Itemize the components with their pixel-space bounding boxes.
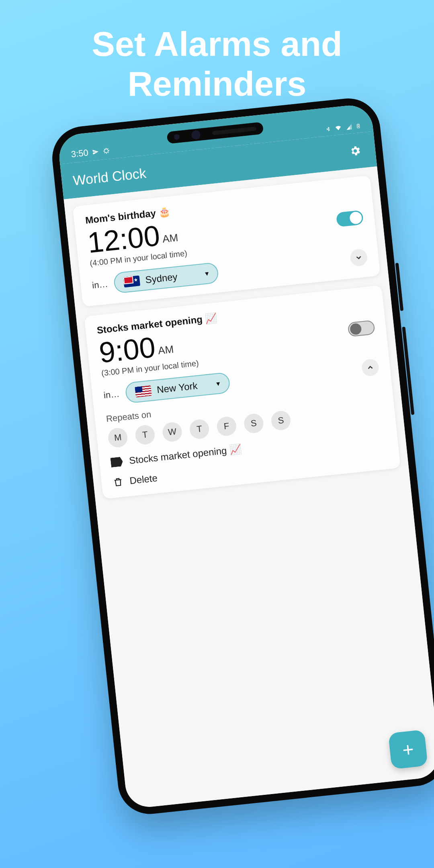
- status-time: 3:50: [71, 147, 89, 160]
- day-toggle-wed[interactable]: W: [162, 422, 183, 443]
- settings-button[interactable]: [346, 141, 365, 160]
- sensor-dot-icon: [174, 134, 180, 140]
- city-name: Sydney: [145, 271, 178, 286]
- alarm-ampm: AM: [158, 343, 175, 361]
- city-name: New York: [156, 380, 198, 395]
- promo-heading: Set Alarms and Reminders: [0, 0, 434, 120]
- status-right: [325, 122, 361, 133]
- location-icon: [92, 148, 99, 156]
- expand-card-button[interactable]: [350, 248, 368, 267]
- gear-icon: [348, 144, 362, 158]
- phone-screen: 3:50: [57, 103, 434, 809]
- day-toggle-sun[interactable]: S: [270, 410, 292, 431]
- day-toggle-sat[interactable]: S: [243, 413, 264, 434]
- phone-side-button: [402, 327, 414, 415]
- day-toggle-thu[interactable]: T: [189, 418, 210, 440]
- flag-icon: [135, 385, 151, 397]
- city-selector[interactable]: Sydney ▾: [113, 262, 219, 294]
- svg-point-0: [104, 149, 108, 153]
- flag-icon: [123, 275, 140, 287]
- alarm-time: 12:00: [86, 221, 161, 257]
- alarm-card: Stocks market opening 📈 9:00 AM (3:00 PM…: [84, 285, 401, 499]
- front-camera-icon: [191, 130, 201, 140]
- tag-icon: [110, 457, 123, 467]
- city-selector[interactable]: New York ▾: [125, 372, 231, 403]
- day-toggle-fri[interactable]: F: [216, 416, 237, 437]
- phone-side-button: [395, 263, 403, 311]
- alarm-toggle[interactable]: [347, 320, 375, 337]
- settings-sync-icon: [102, 147, 110, 155]
- speaker-slit-icon: [212, 127, 256, 135]
- add-alarm-fab[interactable]: +: [388, 729, 428, 769]
- battery-icon: [356, 122, 361, 130]
- in-label: in…: [92, 279, 108, 291]
- alarm-list: Mom's birthday 🎂 12:00 AM (4:00 PM in yo…: [64, 166, 434, 809]
- alarm-time: 9:00: [98, 332, 157, 367]
- in-label: in…: [103, 389, 120, 401]
- dropdown-caret-icon: ▾: [216, 379, 221, 388]
- signal-icon: [345, 123, 353, 131]
- day-toggle-mon[interactable]: M: [107, 427, 129, 448]
- alarm-ampm: AM: [162, 231, 179, 250]
- bluetooth-icon: [325, 125, 332, 133]
- chevron-down-icon: [354, 253, 363, 262]
- alarm-label-text: Stocks market opening 📈: [129, 443, 242, 466]
- plus-icon: +: [401, 738, 415, 761]
- phone-device-frame: 3:50: [49, 95, 434, 817]
- day-toggle-tue[interactable]: T: [135, 424, 156, 446]
- status-left: 3:50: [71, 145, 111, 160]
- dropdown-caret-icon: ▾: [205, 269, 209, 278]
- wifi-icon: [334, 125, 343, 132]
- alarm-toggle[interactable]: [336, 210, 364, 227]
- collapse-card-button[interactable]: [361, 358, 379, 377]
- chevron-up-icon: [366, 363, 375, 372]
- delete-label: Delete: [129, 473, 158, 487]
- trash-icon: [113, 476, 124, 488]
- alarm-card: Mom's birthday 🎂 12:00 AM (4:00 PM in yo…: [73, 175, 381, 307]
